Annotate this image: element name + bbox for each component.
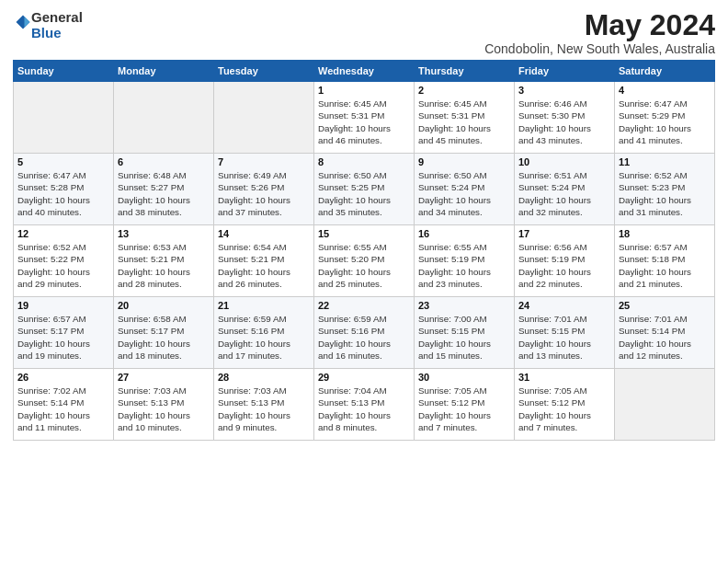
day-number: 26 — [17, 372, 109, 383]
day-info: Sunrise: 7:05 AM Sunset: 5:12 PM Dayligh… — [518, 385, 610, 433]
title-block: May 2024 Condobolin, New South Wales, Au… — [484, 9, 715, 56]
day-info: Sunrise: 6:51 AM Sunset: 5:24 PM Dayligh… — [518, 169, 610, 218]
cell-w5-d5: 30Sunrise: 7:05 AM Sunset: 5:12 PM Dayli… — [415, 369, 515, 441]
day-info: Sunrise: 6:50 AM Sunset: 5:24 PM Dayligh… — [418, 169, 510, 218]
day-info: Sunrise: 6:49 AM Sunset: 5:26 PM Dayligh… — [218, 169, 310, 218]
day-number: 12 — [17, 228, 109, 239]
day-info: Sunrise: 7:01 AM Sunset: 5:14 PM Dayligh… — [619, 313, 711, 362]
cell-w1-d4: 1Sunrise: 6:45 AM Sunset: 5:31 PM Daylig… — [314, 82, 415, 154]
cell-w2-d6: 10Sunrise: 6:51 AM Sunset: 5:24 PM Dayli… — [515, 154, 615, 225]
header: General Blue May 2024 Condobolin, New So… — [13, 9, 715, 56]
col-tuesday: Tuesday — [214, 61, 314, 82]
cell-w3-d7: 18Sunrise: 6:57 AM Sunset: 5:18 PM Dayli… — [615, 225, 715, 297]
day-info: Sunrise: 6:55 AM Sunset: 5:20 PM Dayligh… — [318, 241, 410, 290]
day-number: 21 — [218, 300, 310, 311]
day-info: Sunrise: 6:57 AM Sunset: 5:18 PM Dayligh… — [619, 241, 711, 290]
day-info: Sunrise: 6:46 AM Sunset: 5:30 PM Dayligh… — [518, 98, 610, 146]
col-monday: Monday — [114, 61, 214, 82]
cell-w4-d1: 19Sunrise: 6:57 AM Sunset: 5:17 PM Dayli… — [14, 297, 114, 369]
day-info: Sunrise: 6:45 AM Sunset: 5:31 PM Dayligh… — [418, 98, 510, 146]
cell-w5-d4: 29Sunrise: 7:04 AM Sunset: 5:13 PM Dayli… — [314, 369, 415, 441]
day-number: 14 — [218, 228, 310, 239]
day-info: Sunrise: 6:53 AM Sunset: 5:21 PM Dayligh… — [118, 241, 210, 290]
day-number: 8 — [318, 156, 410, 167]
calendar-header: Sunday Monday Tuesday Wednesday Thursday… — [14, 61, 715, 82]
subtitle: Condobolin, New South Wales, Australia — [484, 41, 715, 56]
week-row-4: 19Sunrise: 6:57 AM Sunset: 5:17 PM Dayli… — [14, 297, 715, 369]
day-number: 3 — [518, 85, 610, 96]
cell-w4-d4: 22Sunrise: 6:59 AM Sunset: 5:16 PM Dayli… — [314, 297, 415, 369]
col-thursday: Thursday — [415, 61, 515, 82]
cell-w3-d6: 17Sunrise: 6:56 AM Sunset: 5:19 PM Dayli… — [515, 225, 615, 297]
cell-w2-d7: 11Sunrise: 6:52 AM Sunset: 5:23 PM Dayli… — [615, 154, 715, 225]
week-row-3: 12Sunrise: 6:52 AM Sunset: 5:22 PM Dayli… — [14, 225, 715, 297]
cell-w3-d4: 15Sunrise: 6:55 AM Sunset: 5:20 PM Dayli… — [314, 225, 415, 297]
cell-w4-d6: 24Sunrise: 7:01 AM Sunset: 5:15 PM Dayli… — [515, 297, 615, 369]
day-info: Sunrise: 7:03 AM Sunset: 5:13 PM Dayligh… — [218, 385, 310, 433]
day-number: 15 — [318, 228, 410, 239]
day-info: Sunrise: 7:03 AM Sunset: 5:13 PM Dayligh… — [118, 385, 210, 433]
calendar-body: 1Sunrise: 6:45 AM Sunset: 5:31 PM Daylig… — [14, 82, 715, 441]
cell-w1-d2 — [114, 82, 214, 154]
cell-w3-d2: 13Sunrise: 6:53 AM Sunset: 5:21 PM Dayli… — [114, 225, 214, 297]
day-number: 11 — [619, 156, 711, 167]
day-info: Sunrise: 7:04 AM Sunset: 5:13 PM Dayligh… — [318, 385, 410, 433]
calendar-table: Sunday Monday Tuesday Wednesday Thursday… — [13, 60, 715, 441]
day-number: 29 — [318, 372, 410, 383]
day-info: Sunrise: 6:54 AM Sunset: 5:21 PM Dayligh… — [218, 241, 310, 290]
cell-w4-d2: 20Sunrise: 6:58 AM Sunset: 5:17 PM Dayli… — [114, 297, 214, 369]
week-row-1: 1Sunrise: 6:45 AM Sunset: 5:31 PM Daylig… — [14, 82, 715, 154]
logo-blue-text: Blue — [31, 25, 62, 40]
day-info: Sunrise: 6:47 AM Sunset: 5:29 PM Dayligh… — [619, 98, 711, 146]
week-row-5: 26Sunrise: 7:02 AM Sunset: 5:14 PM Dayli… — [14, 369, 715, 441]
day-number: 1 — [318, 85, 410, 96]
day-number: 17 — [518, 228, 610, 239]
day-number: 9 — [418, 156, 510, 167]
cell-w2-d4: 8Sunrise: 6:50 AM Sunset: 5:25 PM Daylig… — [314, 154, 415, 225]
cell-w2-d1: 5Sunrise: 6:47 AM Sunset: 5:28 PM Daylig… — [14, 154, 114, 225]
day-number: 20 — [118, 300, 210, 311]
cell-w3-d5: 16Sunrise: 6:55 AM Sunset: 5:19 PM Dayli… — [415, 225, 515, 297]
day-number: 6 — [118, 156, 210, 167]
day-info: Sunrise: 6:56 AM Sunset: 5:19 PM Dayligh… — [518, 241, 610, 290]
cell-w1-d7: 4Sunrise: 6:47 AM Sunset: 5:29 PM Daylig… — [615, 82, 715, 154]
day-info: Sunrise: 6:59 AM Sunset: 5:16 PM Dayligh… — [218, 313, 310, 362]
logo: General Blue — [13, 9, 83, 41]
cell-w5-d3: 28Sunrise: 7:03 AM Sunset: 5:13 PM Dayli… — [214, 369, 314, 441]
col-saturday: Saturday — [615, 61, 715, 82]
day-number: 5 — [17, 156, 109, 167]
day-info: Sunrise: 6:58 AM Sunset: 5:17 PM Dayligh… — [118, 313, 210, 362]
day-info: Sunrise: 7:01 AM Sunset: 5:15 PM Dayligh… — [518, 313, 610, 362]
day-info: Sunrise: 6:57 AM Sunset: 5:17 PM Dayligh… — [17, 313, 109, 362]
day-number: 10 — [518, 156, 610, 167]
day-info: Sunrise: 6:52 AM Sunset: 5:23 PM Dayligh… — [619, 169, 711, 218]
page: General Blue May 2024 Condobolin, New So… — [0, 0, 728, 448]
day-info: Sunrise: 6:59 AM Sunset: 5:16 PM Dayligh… — [318, 313, 410, 362]
cell-w1-d5: 2Sunrise: 6:45 AM Sunset: 5:31 PM Daylig… — [415, 82, 515, 154]
col-wednesday: Wednesday — [314, 61, 415, 82]
header-row: Sunday Monday Tuesday Wednesday Thursday… — [14, 61, 715, 82]
day-info: Sunrise: 6:48 AM Sunset: 5:27 PM Dayligh… — [118, 169, 210, 218]
cell-w5-d6: 31Sunrise: 7:05 AM Sunset: 5:12 PM Dayli… — [515, 369, 615, 441]
day-info: Sunrise: 7:02 AM Sunset: 5:14 PM Dayligh… — [17, 385, 109, 433]
day-number: 31 — [518, 372, 610, 383]
day-number: 4 — [619, 85, 711, 96]
cell-w2-d5: 9Sunrise: 6:50 AM Sunset: 5:24 PM Daylig… — [415, 154, 515, 225]
cell-w2-d2: 6Sunrise: 6:48 AM Sunset: 5:27 PM Daylig… — [114, 154, 214, 225]
day-number: 7 — [218, 156, 310, 167]
cell-w1-d3 — [214, 82, 314, 154]
col-friday: Friday — [515, 61, 615, 82]
cell-w3-d3: 14Sunrise: 6:54 AM Sunset: 5:21 PM Dayli… — [214, 225, 314, 297]
cell-w5-d7 — [615, 369, 715, 441]
cell-w4-d5: 23Sunrise: 7:00 AM Sunset: 5:15 PM Dayli… — [415, 297, 515, 369]
day-info: Sunrise: 7:05 AM Sunset: 5:12 PM Dayligh… — [418, 385, 510, 433]
col-sunday: Sunday — [14, 61, 114, 82]
day-number: 23 — [418, 300, 510, 311]
cell-w5-d2: 27Sunrise: 7:03 AM Sunset: 5:13 PM Dayli… — [114, 369, 214, 441]
cell-w4-d7: 25Sunrise: 7:01 AM Sunset: 5:14 PM Dayli… — [615, 297, 715, 369]
day-number: 18 — [619, 228, 711, 239]
day-info: Sunrise: 6:45 AM Sunset: 5:31 PM Dayligh… — [318, 98, 410, 146]
day-number: 28 — [218, 372, 310, 383]
week-row-2: 5Sunrise: 6:47 AM Sunset: 5:28 PM Daylig… — [14, 154, 715, 225]
day-number: 19 — [17, 300, 109, 311]
